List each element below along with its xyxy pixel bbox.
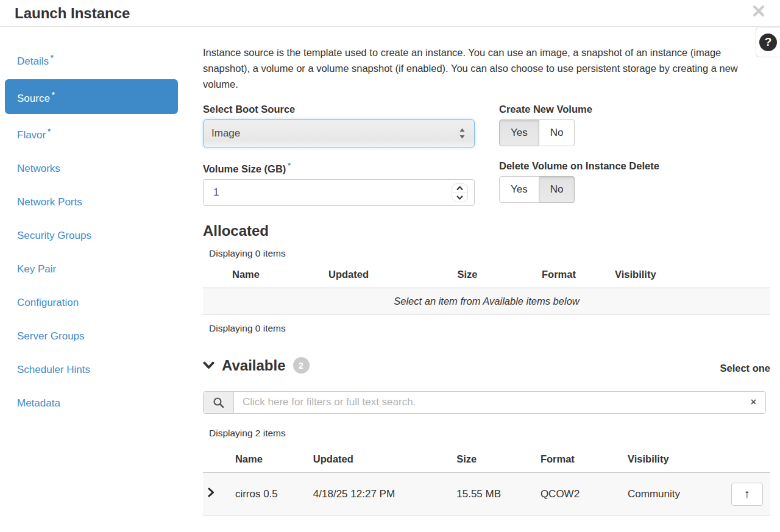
required-marker: * (51, 54, 54, 62)
required-marker: * (48, 127, 51, 136)
up-arrow-icon: ↑ (744, 488, 750, 501)
column-header-name: Name (230, 449, 308, 473)
help-button[interactable]: ? (756, 27, 780, 57)
create-volume-no-button[interactable]: No (539, 119, 575, 146)
sidebar-item-metadata[interactable]: Metadata (5, 388, 178, 419)
available-table-header-row: Name Updated Size Format Visibility (203, 449, 770, 473)
sidebar-item-key-pair[interactable]: Key Pair (5, 254, 178, 285)
delete-volume-no-button[interactable]: No (539, 176, 575, 203)
source-step-content: Instance source is the template used to … (203, 42, 770, 532)
column-header-size: Size (452, 449, 536, 473)
cell-name: cirros 0.5 (230, 472, 308, 516)
stepper-down-icon (456, 195, 463, 200)
volume-size-field: Volume Size (GB)* (203, 160, 475, 206)
available-count: Displaying 2 items (209, 428, 770, 439)
close-icon[interactable] (752, 4, 765, 18)
stepper-up-icon (456, 186, 463, 191)
create-volume-field: Create New Volume Yes No (499, 103, 770, 147)
search-input[interactable] (234, 392, 742, 413)
allocate-item-button[interactable]: ↑ (731, 483, 763, 506)
column-header-format: Format (536, 449, 623, 473)
allocated-table: Name Updated Size Format Visibility Sele… (203, 264, 770, 315)
create-volume-toggle: Yes No (499, 119, 575, 146)
wizard-body: Details* Source* Flavor* Networks Networ… (0, 27, 780, 532)
sidebar-item-network-ports[interactable]: Network Ports (5, 186, 178, 218)
boot-source-field: Select Boot Source Image (203, 103, 475, 147)
column-header-updated: Updated (324, 264, 427, 288)
source-description: Instance source is the template used to … (203, 44, 744, 92)
create-volume-label: Create New Volume (499, 103, 770, 115)
column-header-visibility: Visibility (610, 264, 770, 288)
cell-size: 15.55 MB (452, 472, 536, 516)
column-header-visibility: Visibility (623, 449, 726, 473)
delete-volume-field: Delete Volume on Instance Delete Yes No (499, 160, 770, 206)
create-volume-yes-button[interactable]: Yes (499, 119, 539, 146)
sidebar-item-details[interactable]: Details* (5, 42, 178, 77)
select-updown-icon (459, 127, 466, 143)
delete-volume-yes-button[interactable]: Yes (499, 176, 539, 203)
modal-header: Launch Instance (0, 0, 780, 27)
sidebar-item-configuration[interactable]: Configuration (5, 287, 178, 319)
allocated-title: Allocated (203, 222, 770, 240)
boot-source-value: Image (211, 127, 240, 140)
sidebar-item-server-groups[interactable]: Server Groups (5, 321, 178, 352)
help-icon: ? (759, 34, 777, 51)
source-form: Select Boot Source Image Create New Volu… (203, 103, 770, 206)
column-header-size: Size (427, 264, 508, 288)
available-collapse-toggle[interactable]: Available 2 (203, 356, 720, 375)
available-table: Name Updated Size Format Visibility (203, 449, 770, 532)
boot-source-select[interactable]: Image (203, 119, 475, 147)
delete-volume-toggle: Yes No (499, 176, 575, 203)
available-count-badge: 2 (293, 357, 310, 374)
allocated-count-top: Displaying 0 items (209, 248, 770, 259)
available-title: Available (222, 356, 286, 375)
boot-source-label: Select Boot Source (203, 103, 475, 115)
table-row[interactable] (203, 516, 770, 532)
volume-size-input[interactable] (203, 179, 475, 206)
sidebar-item-security-groups[interactable]: Security Groups (5, 220, 178, 252)
select-one-hint: Select one (720, 363, 770, 375)
table-row[interactable]: cirros 0.5 4/18/25 12:27 PM 15.55 MB QCO… (203, 472, 770, 516)
sidebar-item-source[interactable]: Source* (5, 79, 178, 115)
column-header-format: Format (508, 264, 610, 288)
required-marker: * (288, 161, 291, 170)
volume-size-label: Volume Size (GB)* (203, 160, 475, 175)
cell-updated: 4/18/25 12:27 PM (308, 472, 452, 516)
available-search-bar: × (203, 391, 766, 414)
page-title: Launch Instance (15, 5, 130, 21)
chevron-down-icon (203, 361, 214, 369)
column-header-name: Name (227, 264, 324, 288)
clear-search-icon[interactable]: × (742, 392, 765, 413)
allocated-count-bottom: Displaying 0 items (209, 323, 770, 334)
allocated-empty-row: Select an item from Available items belo… (203, 288, 770, 314)
cell-visibility: Community (623, 472, 726, 516)
expand-row-icon[interactable] (208, 488, 214, 497)
required-marker: * (52, 91, 55, 99)
available-header: Available 2 Select one (203, 356, 770, 375)
sidebar-item-flavor[interactable]: Flavor* (5, 116, 178, 151)
volume-size-stepper[interactable] (452, 183, 468, 202)
column-header-updated: Updated (308, 449, 452, 473)
sidebar-item-scheduler-hints[interactable]: Scheduler Hints (5, 354, 178, 386)
wizard-nav: Details* Source* Flavor* Networks Networ… (0, 42, 178, 532)
allocated-empty-message: Select an item from Available items belo… (203, 288, 770, 314)
cell-format: QCOW2 (536, 472, 623, 516)
search-button[interactable] (204, 392, 234, 413)
delete-volume-label: Delete Volume on Instance Delete (499, 160, 770, 172)
sidebar-item-networks[interactable]: Networks (5, 153, 178, 185)
search-icon (213, 397, 224, 408)
allocated-table-header-row: Name Updated Size Format Visibility (203, 264, 770, 288)
